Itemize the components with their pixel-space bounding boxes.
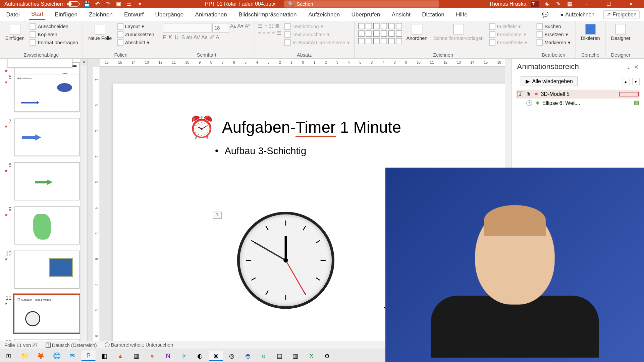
tab-uebergaenge[interactable]: Übergänge [153, 9, 185, 19]
animation-item-2[interactable]: 🕐 ✶ Ellipse 6: Weit... [516, 99, 640, 107]
ribbon-mode-icon[interactable]: ▦ [566, 0, 573, 7]
new-slide-button[interactable]: Neue Folie [87, 23, 114, 42]
share-button[interactable]: ↗ Freigeben [603, 10, 640, 19]
app-icon-6[interactable]: ◓ [240, 350, 255, 361]
chrome-icon[interactable]: 🌐 [50, 350, 64, 361]
minimize-button[interactable]: ─ [578, 0, 595, 8]
search-input[interactable]: 🔍 Suchen [284, 0, 439, 7]
close-pane-icon[interactable]: ✕ [634, 63, 639, 70]
clock-3d-model[interactable] [237, 212, 334, 309]
present-live-icon[interactable]: ◈ [543, 0, 550, 7]
collapse-pane-icon[interactable]: ⌄ [626, 63, 631, 70]
dictate-button[interactable]: Diktieren [579, 23, 602, 42]
excel-icon[interactable]: X [304, 350, 318, 361]
tab-zeichnen[interactable]: Zeichnen [87, 9, 114, 19]
record-button[interactable]: ● Aufzeichnen [557, 10, 597, 18]
tab-datei[interactable]: Datei [4, 9, 21, 19]
thumb-scrollbar[interactable]: ▴ ▾ [80, 59, 87, 349]
ink-icon[interactable]: ✎ [555, 0, 562, 7]
slide-thumb-6[interactable]: Animationen [14, 74, 79, 112]
tab-hilfe[interactable]: Hilfe [454, 9, 469, 19]
tab-ansicht[interactable]: Ansicht [390, 9, 412, 19]
paste-button[interactable]: Einfügen [4, 23, 26, 42]
autosave-toggle[interactable]: Automatisches Speichern [4, 1, 79, 7]
app-icon-7[interactable]: ▤ [272, 350, 286, 361]
app-icon-2[interactable]: ▦ [129, 350, 143, 361]
align-buttons[interactable]: ≡ ≡ ≡ ≡ ☰ [258, 30, 281, 36]
tab-animationen[interactable]: Animationen [193, 9, 229, 19]
edge-icon[interactable]: e [257, 350, 271, 361]
font-size-input[interactable] [212, 23, 229, 33]
shape-outline-button[interactable]: Formkontur ▾ [488, 31, 528, 38]
onenote-icon[interactable]: N [161, 350, 175, 361]
slide-thumb-8[interactable] [14, 162, 79, 200]
align-text-button[interactable]: Text ausrichten ▾ [284, 31, 351, 38]
animation-order-badge[interactable]: 1 [213, 212, 221, 219]
close-button[interactable]: ✕ [622, 0, 640, 8]
powerpoint-icon[interactable]: P [82, 350, 96, 361]
slide-thumb-10[interactable] [14, 251, 79, 289]
animation-item-1[interactable]: 1 🖱 ✶ 3D-Modell 5 [516, 90, 640, 99]
slide-thumb-prev[interactable]: ━━━━━━━━━━━━━━━━━ [7, 59, 72, 67]
telegram-icon[interactable]: ✈ [177, 350, 191, 361]
shape-fill-button[interactable]: Fülleffekt ▾ [488, 23, 528, 30]
app-icon-9[interactable]: ⚙ [320, 350, 334, 361]
move-up-icon[interactable]: ▴ [622, 77, 629, 85]
play-all-button[interactable]: ▶Alle wiedergeben [521, 76, 578, 86]
touch-icon[interactable]: ☰ [126, 0, 133, 7]
vlc-icon[interactable]: ▲ [113, 350, 127, 361]
slide-title[interactable]: ⏰ Aufgaben-Timer 1 Minute [189, 115, 401, 140]
slide-thumb-7[interactable] [14, 118, 79, 156]
start-button[interactable]: ⊞ [2, 350, 16, 361]
font-family-input[interactable] [163, 23, 211, 33]
qat-more-icon[interactable]: ▾ [136, 0, 143, 7]
section-button[interactable]: Abschnitt ▾ [116, 39, 155, 46]
font-style-row[interactable]: F K U S ab AV Aa 🖊 A [163, 35, 219, 41]
accessibility-status[interactable]: ⓘ Barrierefreiheit: Untersuchen [105, 342, 173, 348]
outlook-icon[interactable]: ✉ [65, 350, 79, 361]
select-button[interactable]: Markieren ▾ [536, 39, 572, 46]
move-down-icon[interactable]: ▾ [632, 77, 639, 85]
smartart-button[interactable]: In SmartArt konvertieren ▾ [284, 39, 351, 46]
slide-thumb-9[interactable] [14, 206, 79, 244]
slide-thumb-11[interactable]: ⏰ Aufgaben-Timer 1 Minute [14, 295, 79, 333]
app-icon-3[interactable]: ● [145, 350, 159, 361]
slide-counter[interactable]: Folie 11 von 27 [4, 342, 38, 348]
explorer-icon[interactable]: 📁 [18, 350, 32, 361]
undo-icon[interactable]: ↶ [94, 0, 101, 7]
app-icon[interactable]: ◧ [97, 350, 111, 361]
find-button[interactable]: Suchen [536, 23, 562, 30]
language-status[interactable]: 🅃 Deutsch (Österreich) [46, 342, 97, 348]
tab-einfuegen[interactable]: Einfügen [53, 9, 79, 19]
reset-button[interactable]: Zurücksetzen [116, 31, 155, 38]
maximize-button[interactable]: ☐ [600, 0, 618, 8]
tab-entwurf[interactable]: Entwurf [122, 9, 146, 19]
app-icon-5[interactable]: ◎ [225, 350, 239, 361]
present-icon[interactable]: ▣ [115, 0, 122, 7]
layout-button[interactable]: Layout ▾ [116, 23, 155, 30]
list-buttons[interactable]: ☰ ≡ ☷ ≣ [258, 23, 281, 29]
tab-start[interactable]: Start [30, 9, 45, 20]
app-icon-4[interactable]: ◐ [193, 350, 207, 361]
shape-effects-button[interactable]: Formeffekte ▾ [488, 39, 528, 46]
replace-button[interactable]: Ersetzen ▾ [536, 31, 569, 38]
bullet-text[interactable]: •Aufbau 3-Schichtig [215, 145, 306, 157]
copy-button[interactable]: Kopieren [29, 31, 79, 38]
tab-dictation[interactable]: Dictation [420, 9, 446, 19]
text-direction-button[interactable]: Textrichtung ▾ [284, 23, 351, 30]
tab-ueberpruefen[interactable]: Überprüfen [350, 9, 382, 19]
tab-aufzeichnen[interactable]: Aufzeichnen [307, 9, 342, 19]
firefox-icon[interactable]: 🦊 [34, 350, 48, 361]
designer-button[interactable]: Designer [609, 23, 632, 42]
format-painter-button[interactable]: Format übertragen [29, 39, 79, 46]
shapes-gallery[interactable] [358, 23, 402, 44]
arrange-button[interactable]: Anordnen [405, 23, 429, 42]
obs-icon[interactable]: ◉ [209, 350, 223, 361]
comments-button[interactable]: 💬 [539, 10, 551, 18]
cut-button[interactable]: Ausschneiden [29, 23, 79, 30]
quick-styles-button[interactable]: Schnellformat-vorlagen [432, 23, 486, 42]
save-icon[interactable]: 💾 [83, 0, 90, 7]
tab-bildschirm[interactable]: Bildschirmpräsentation [237, 9, 299, 19]
app-icon-8[interactable]: ▥ [288, 350, 303, 361]
user-avatar[interactable]: TH [531, 1, 539, 7]
